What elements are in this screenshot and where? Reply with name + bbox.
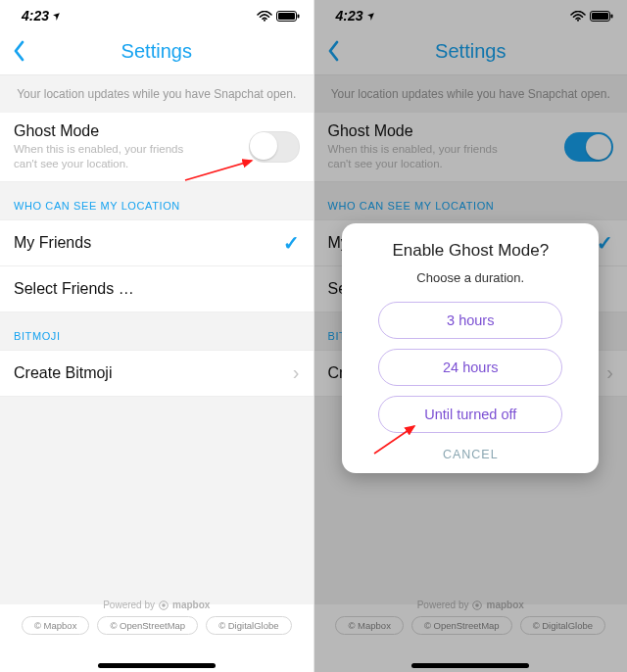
modal-cancel-button[interactable]: CANCEL: [443, 448, 499, 461]
page-title: Settings: [121, 40, 192, 63]
footer: Powered by mapbox © Mapbox © OpenStreetM…: [0, 600, 314, 672]
phone-left: 4:23 ➤ Settings Your location updates wh…: [0, 0, 314, 672]
status-time: 4:23: [22, 8, 49, 24]
select-friends-label: Select Friends …: [14, 280, 134, 298]
chevron-right-icon: ›: [293, 361, 300, 384]
modal-subtitle: Choose a duration.: [416, 270, 524, 285]
checkmark-icon: ✓: [283, 231, 300, 255]
powered-label: Powered by: [103, 600, 155, 610]
duration-24-hours-button[interactable]: 24 hours: [378, 349, 562, 386]
section-header-location: WHO CAN SEE MY LOCATION: [0, 182, 314, 220]
duration-3-hours-button[interactable]: 3 hours: [378, 302, 562, 339]
ghost-mode-toggle[interactable]: [249, 131, 300, 163]
row-my-friends[interactable]: My Friends ✓: [0, 220, 314, 266]
info-strip: Your location updates while you have Sna…: [0, 75, 314, 113]
row-create-bitmoji[interactable]: Create Bitmoji ›: [0, 351, 314, 397]
chevron-left-icon: [12, 39, 25, 63]
svg-point-5: [162, 603, 166, 607]
location-arrow-icon: ➤: [51, 10, 64, 23]
navbar: Settings: [0, 27, 314, 75]
attrib-mapbox[interactable]: © Mapbox: [22, 616, 89, 635]
ghost-mode-row[interactable]: Ghost Mode When this is enabled, your fr…: [0, 113, 314, 182]
battery-icon: [276, 11, 300, 22]
home-indicator[interactable]: [98, 663, 216, 668]
powered-brand: mapbox: [172, 600, 210, 610]
status-bar: 4:23 ➤: [0, 0, 314, 27]
ghost-mode-duration-modal: Enable Ghost Mode? Choose a duration. 3 …: [342, 223, 599, 473]
empty-area: [0, 397, 314, 604]
attrib-digitalglobe[interactable]: © DigitalGlobe: [206, 616, 291, 635]
duration-until-off-button[interactable]: Until turned off: [378, 396, 562, 433]
ghost-mode-sub: When this is enabled, your friends can't…: [14, 142, 210, 171]
section-header-bitmoji: BITMOJI: [0, 312, 314, 351]
modal-title: Enable Ghost Mode?: [392, 241, 549, 261]
phone-right: 4:23 ➤ Settings Your location updates wh…: [314, 0, 628, 672]
svg-point-0: [264, 19, 265, 21]
wifi-icon: [257, 11, 272, 22]
svg-rect-3: [297, 14, 299, 18]
row-select-friends[interactable]: Select Friends …: [0, 266, 314, 312]
my-friends-label: My Friends: [14, 234, 91, 252]
back-button[interactable]: [6, 27, 31, 74]
attrib-osm[interactable]: © OpenStreetMap: [97, 616, 198, 635]
ghost-mode-title: Ghost Mode: [14, 122, 210, 140]
svg-rect-2: [278, 13, 295, 20]
mapbox-logo-icon: [159, 600, 169, 610]
create-bitmoji-label: Create Bitmoji: [14, 364, 112, 382]
